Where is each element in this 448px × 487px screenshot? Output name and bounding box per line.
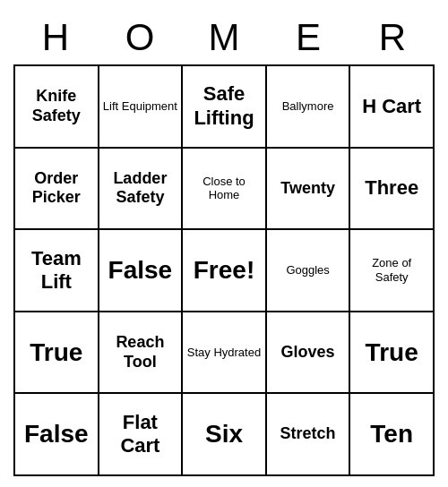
header-letter-E: E — [266, 11, 350, 64]
cell-text-0-4: H Cart — [362, 95, 421, 118]
cell-text-3-3: Gloves — [281, 343, 335, 363]
cell-2-4: Zone of Safety — [350, 230, 435, 312]
cell-0-0: Knife Safety — [15, 66, 99, 149]
bingo-grid: Knife SafetyLift EquipmentSafe LiftingBa… — [13, 64, 435, 476]
cell-0-3: Ballymore — [267, 66, 351, 149]
cell-text-4-4: Ten — [370, 419, 413, 449]
cell-0-2: Safe Lifting — [183, 66, 267, 149]
header-letter-O: O — [98, 11, 182, 64]
header-letter-R: R — [350, 11, 435, 64]
cell-4-1: Flat Cart — [99, 394, 184, 476]
cell-2-3: Goggles — [267, 230, 351, 312]
cell-text-0-0: Knife Safety — [19, 87, 94, 125]
cell-2-2: Free! — [183, 230, 267, 312]
cell-text-0-2: Safe Lifting — [186, 82, 262, 130]
cell-text-3-2: Stay Hydrated — [187, 346, 261, 360]
cell-text-1-0: Order Picker — [19, 169, 94, 208]
cell-4-0: False — [15, 394, 99, 476]
cell-4-3: Stretch — [267, 394, 351, 476]
cell-4-4: Ten — [350, 394, 435, 476]
cell-text-4-3: Stretch — [280, 424, 336, 444]
cell-1-1: Ladder Safety — [99, 149, 184, 231]
bingo-header: HOMER — [13, 11, 435, 64]
cell-4-2: Six — [183, 394, 267, 476]
cell-1-0: Order Picker — [15, 149, 99, 231]
cell-3-1: Reach Tool — [99, 312, 184, 395]
cell-text-4-2: Six — [205, 419, 243, 449]
cell-text-2-3: Goggles — [286, 263, 329, 278]
cell-3-2: Stay Hydrated — [183, 312, 267, 395]
cell-0-4: H Cart — [350, 66, 435, 149]
cell-text-2-1: False — [108, 255, 173, 286]
header-letter-H: H — [13, 11, 98, 64]
cell-1-2: Close to Home — [183, 149, 267, 231]
cell-text-3-4: True — [366, 337, 418, 368]
header-letter-M: M — [182, 11, 266, 64]
cell-1-3: Twenty — [267, 149, 351, 231]
cell-text-2-0: Team Lift — [19, 247, 94, 295]
cell-text-1-4: Three — [365, 176, 418, 200]
cell-3-3: Gloves — [267, 312, 351, 395]
cell-text-3-1: Reach Tool — [103, 333, 178, 372]
cell-3-4: True — [350, 312, 435, 395]
cell-3-0: True — [15, 312, 99, 395]
cell-text-3-0: True — [30, 337, 82, 368]
cell-0-1: Lift Equipment — [99, 66, 184, 149]
cell-text-0-3: Ballymore — [282, 99, 334, 114]
cell-1-4: Three — [350, 149, 435, 231]
cell-2-1: False — [99, 230, 184, 312]
cell-text-4-1: Flat Cart — [103, 411, 178, 458]
cell-2-0: Team Lift — [15, 230, 99, 312]
cell-text-1-3: Twenty — [280, 179, 335, 199]
cell-text-0-1: Lift Equipment — [103, 99, 177, 114]
cell-text-2-2: Free! — [194, 255, 254, 286]
cell-text-1-2: Close to Home — [186, 175, 262, 202]
cell-text-4-0: False — [24, 419, 89, 449]
bingo-card: HOMER Knife SafetyLift EquipmentSafe Lif… — [13, 11, 435, 476]
cell-text-1-1: Ladder Safety — [103, 169, 178, 208]
cell-text-2-4: Zone of Safety — [354, 256, 429, 284]
